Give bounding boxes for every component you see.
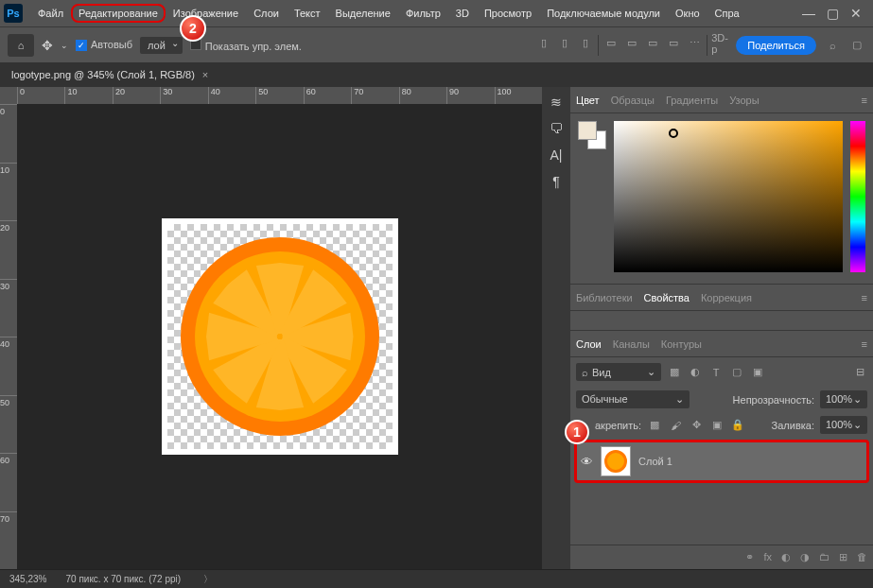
delete-icon[interactable]: 🗑 [857,551,867,563]
workspace-icon[interactable]: ▢ [848,37,865,54]
layer-filter-dropdown[interactable]: ⌕Вид⌄ [576,363,661,381]
menu-plugins[interactable]: Подключаемые модули [539,4,668,23]
adjustment-icon[interactable]: ◑ [800,551,810,563]
fg-bg-swatch[interactable] [578,121,606,149]
window-minimize-icon[interactable]: — [802,6,815,21]
panel-menu-icon[interactable]: ≡ [862,95,867,106]
link-icon[interactable]: ⚭ [745,551,754,563]
layer-row[interactable]: 👁 Слой 1 [574,440,869,483]
lock-pos-icon[interactable]: ✥ [689,418,704,433]
layers-footer: ⚭ fx ◐ ◑ 🗀 ⊞ 🗑 [570,545,873,569]
filter-smart-icon[interactable]: ▣ [750,365,765,380]
orange-image [181,237,379,436]
fill-field[interactable]: 100%⌄ [820,416,867,434]
opacity-field[interactable]: 100%⌄ [820,390,867,408]
tab-properties[interactable]: Свойства [644,292,690,303]
layer-dropdown[interactable]: лой [140,37,183,54]
search-icon[interactable]: ⌕ [824,37,841,54]
callout-1: 1 [565,420,589,444]
panel-icon[interactable]: 🗨 [550,121,563,136]
document-tabs: logotype.png @ 345% (Слой 1, RGB/8) × [0,62,873,87]
zoom-level[interactable]: 345,23% [9,574,46,584]
mask-icon[interactable]: ◐ [781,551,791,563]
visibility-icon[interactable]: 👁 [581,455,593,469]
lock-all-icon[interactable]: 🔒 [730,418,745,433]
filter-pixel-icon[interactable]: ▩ [667,365,682,380]
tab-libraries[interactable]: Библиотеки [576,292,633,303]
align-icon[interactable]: ▭ [644,35,661,52]
tab-correction[interactable]: Коррекция [701,292,752,303]
3d-label: 3D-р [711,35,728,52]
lock-label: акрепить: [595,420,641,431]
menu-window[interactable]: Окно [668,4,707,23]
tab-swatches[interactable]: Образцы [611,95,655,106]
panel-menu-icon[interactable]: ≡ [862,292,867,303]
canvas-area: 0102030405060708090100 010203040506070 [0,87,542,569]
align-icon[interactable]: ▯ [556,35,573,52]
tab-channels[interactable]: Каналы [613,338,650,350]
move-tool-icon[interactable]: ✥ [42,38,53,53]
document-tab-title: logotype.png @ 345% (Слой 1, RGB/8) [11,69,195,80]
layers-panel: Слои Каналы Контуры ≡ ⌕Вид⌄ ▩ ◐ T ▢ ▣ ⊟ … [570,330,873,569]
lock-trans-icon[interactable]: ▩ [647,418,662,433]
panel-icon[interactable]: ¶ [552,174,560,189]
hue-slider[interactable] [850,121,865,272]
filter-adjust-icon[interactable]: ◐ [688,365,703,380]
align-icon[interactable]: ▯ [535,35,552,52]
color-panel [570,113,873,284]
home-button[interactable]: ⌂ [8,34,34,57]
filter-toggle-icon[interactable]: ⊟ [852,365,867,380]
align-icon[interactable]: ▭ [602,35,620,52]
menu-view[interactable]: Просмотр [477,4,539,23]
panel-menu-icon[interactable]: ≡ [862,338,867,350]
filter-text-icon[interactable]: T [708,365,724,380]
window-close-icon[interactable]: ✕ [850,6,862,21]
status-bar: 345,23% 70 пикс. x 70 пикс. (72 ppi) 〉 [0,569,873,588]
lock-artboard-icon[interactable]: ▣ [709,418,725,433]
menu-layers[interactable]: Слои [246,4,287,23]
options-bar: ⌂ ✥⌄ ✓Автовыб лой Показать упр. элем. ▯ … [0,26,873,62]
fx-icon[interactable]: fx [763,551,772,563]
canvas[interactable] [17,104,542,569]
panel-icon[interactable]: A| [550,147,563,163]
align-icon[interactable]: ▯ [577,35,594,52]
close-tab-icon[interactable]: × [202,69,208,80]
more-icon[interactable]: ⋯ [686,35,703,52]
document-tab[interactable]: logotype.png @ 345% (Слой 1, RGB/8) × [0,65,219,84]
home-icon: ⌂ [18,40,25,51]
menu-bar: Ps Файл Редактирование Изображение Слои … [0,0,873,26]
color-picker[interactable] [614,121,843,272]
lock-pixel-icon[interactable]: 🖌 [668,418,683,433]
right-panels: ≋ 🗨 A| ¶ Цвет Образцы Градиенты Узоры ≡ [542,87,873,569]
tab-layers[interactable]: Слои [576,338,602,350]
tab-gradients[interactable]: Градиенты [666,95,718,106]
new-layer-icon[interactable]: ⊞ [839,551,847,563]
group-icon[interactable]: 🗀 [819,551,829,563]
share-button[interactable]: Поделиться [736,36,816,55]
align-icon[interactable]: ▭ [623,35,640,52]
show-controls-label: Показать упр. элем. [205,41,302,52]
window-maximize-icon[interactable]: ▢ [827,6,839,21]
layer-thumbnail[interactable] [601,446,631,476]
auto-select-checkbox[interactable]: ✓ [76,40,87,51]
ruler-vertical: 010203040506070 [0,104,17,569]
callout-2: 2 [180,15,206,42]
menu-file[interactable]: Файл [30,4,71,23]
tab-patterns[interactable]: Узоры [729,95,759,106]
menu-3d[interactable]: 3D [448,4,477,23]
layer-name[interactable]: Слой 1 [638,456,672,467]
menu-select[interactable]: Выделение [328,4,398,23]
blend-mode-dropdown[interactable]: Обычные⌄ [576,390,690,408]
menu-text[interactable]: Текст [287,4,328,23]
menu-image[interactable]: Изображение [166,4,246,23]
panel-icon[interactable]: ≋ [550,95,562,110]
menu-edit[interactable]: Редактирование [71,4,166,23]
tab-color[interactable]: Цвет [576,95,600,106]
ps-logo: Ps [4,4,23,23]
filter-shape-icon[interactable]: ▢ [729,365,744,380]
align-icon[interactable]: ▭ [665,35,682,52]
tab-paths[interactable]: Контуры [661,338,702,350]
menu-filter[interactable]: Фильтр [398,4,448,23]
menu-help[interactable]: Спра [707,4,747,23]
artboard [162,218,398,455]
